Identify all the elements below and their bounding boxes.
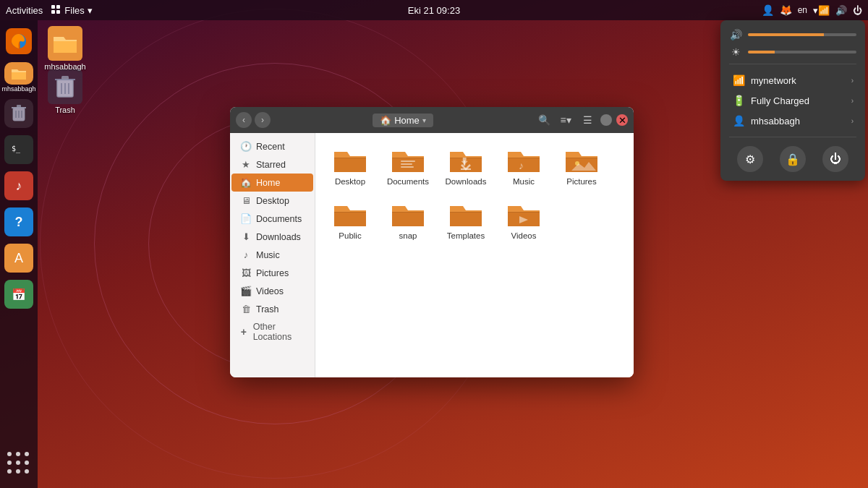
svg-rect-22 [401,166,414,168]
fm-folder-pictures[interactable]: Pictures [556,142,608,190]
svg-rect-7 [17,105,21,108]
lock-icon: 🔒 [786,153,800,166]
fm-sidebar-recent-label: Recent [256,142,285,152]
fm-folder-templates[interactable]: Templates [440,196,492,244]
dock-software[interactable]: A [4,243,34,273]
folder-desktop-icon [333,145,367,175]
topbar-datetime[interactable]: Eki 21 09:23 [408,5,460,16]
fm-sidebar-music[interactable]: ♪ Music [231,246,313,264]
language-indicator[interactable]: en [798,5,807,15]
topbar: Activities Files ▾ Eki 21 09:23 👤 🦊 en ▾… [0,0,868,20]
brightness-row: ☀ [729,46,856,58]
show-applications-button[interactable] [6,450,32,476]
folder-documents-icon [391,145,425,175]
user-popup-icon: 👤 [732,115,745,127]
svg-rect-1 [56,5,60,9]
popup-lock-button[interactable]: 🔒 [780,146,806,172]
desktop-trash-label: Trash [55,106,75,114]
dock-terminal[interactable]: $_ [4,134,34,165]
desktop-trash[interactable]: Trash [42,69,88,114]
fm-folder-downloads-label: Downloads [446,177,487,187]
svg-rect-29 [334,212,366,213]
fm-sidebar-trash-label: Trash [256,304,279,314]
volume-popup-icon: 🔊 [729,29,742,40]
brightness-slider[interactable] [748,51,856,53]
fm-sidebar-trash[interactable]: 🗑 Trash [231,300,313,318]
fm-titlebar: ‹ › 🏠 Home ▾ 🔍 ≡▾ ☰ ✕ [230,107,634,133]
power-icon[interactable]: ⏻ [853,5,862,16]
fm-sidebar-recent[interactable]: 🕐 Recent [231,137,313,155]
dock: mhsabbagh $_ ♪ ? [0,20,38,488]
activities-button[interactable]: Activities [6,5,43,16]
system-tray-popup: 🔊 ☀ 📶 mynetwork › 🔋 Fully Charged › 👤 mh… [720,20,865,181]
fm-folder-public[interactable]: Public [324,196,376,244]
folder-music-icon: ♪ [506,145,541,175]
fm-forward-button[interactable]: › [255,112,271,128]
user-chevron-icon: › [851,117,854,125]
popup-power-button[interactable]: ⏻ [822,146,848,172]
fm-sidebar-other-label: Other Locations [253,322,307,342]
files-icon [9,64,29,84]
fm-menu-button[interactable]: ☰ [579,111,596,129]
fm-documents-icon: 📄 [240,213,252,224]
files-menu-label: Files [64,5,84,16]
volume-row: 🔊 [729,29,856,40]
fm-titlebar-actions: 🔍 ≡▾ ☰ ✕ [535,111,628,129]
fm-folder-desktop[interactable]: Desktop [324,142,376,190]
dock-trash[interactable] [4,98,34,129]
fm-downloads-icon: ⬇ [240,231,252,242]
wifi-popup-icon: 📶 [732,74,745,86]
mozilla-icon: 🦊 [780,4,792,16]
fm-search-button[interactable]: 🔍 [535,111,553,129]
popup-battery-label: Fully Charged [751,95,809,106]
fm-folder-music[interactable]: ♪ Music [498,142,550,190]
popup-settings-button[interactable]: ⚙ [737,146,763,172]
fm-sidebar-desktop-label: Desktop [256,196,289,206]
dock-files[interactable]: mhsabbagh [4,62,34,93]
dock-firefox[interactable] [4,26,34,56]
fm-music-icon: ♪ [240,249,252,260]
fm-folder-templates-label: Templates [447,231,485,241]
battery-popup-icon: 🔋 [732,95,745,106]
wifi-icon[interactable]: ▾📶 [813,5,830,16]
svg-text:♪: ♪ [519,160,524,171]
volume-icon[interactable]: 🔊 [835,5,847,16]
fm-location-pill[interactable]: 🏠 Home ▾ [373,114,433,127]
dock-calendar[interactable]: 📅 [4,279,34,309]
trash-desktop-icon [54,74,77,100]
folder-snap-icon [391,199,425,229]
svg-rect-31 [450,212,482,213]
fm-folder-documents[interactable]: Documents [382,142,434,190]
fm-sidebar-pictures[interactable]: 🖼 Pictures [231,264,313,282]
dock-music[interactable]: ♪ [4,171,34,201]
files-menu[interactable]: Files ▾ [51,5,92,16]
fm-sidebar-other-locations[interactable]: + Other Locations [230,318,315,346]
popup-user-item[interactable]: 👤 mhsabbagh › [729,111,856,131]
fm-other-icon: + [239,326,249,338]
files-grid-icon [51,5,61,15]
fm-close-button[interactable]: ✕ [616,114,628,126]
dock-help[interactable]: ? [4,207,34,237]
fm-sidebar-documents[interactable]: 📄 Documents [231,210,313,228]
files-menu-chevron: ▾ [88,5,93,16]
fm-folder-snap[interactable]: snap [382,196,434,244]
fm-sidebar-videos-label: Videos [256,286,284,296]
popup-network-item[interactable]: 📶 mynetwork › [729,70,856,90]
music-icon: ♪ [16,179,22,194]
fm-view-toggle-button[interactable]: ≡▾ [557,111,574,129]
fm-sidebar-downloads[interactable]: ⬇ Downloads [231,228,313,246]
fm-folder-downloads[interactable]: Downloads [440,142,492,190]
fm-folder-videos[interactable]: Videos [498,196,550,244]
fm-sidebar-home[interactable]: 🏠 Home [231,174,313,192]
svg-rect-25 [508,158,540,158]
terminal-icon: $_ [10,142,27,157]
volume-slider[interactable] [748,33,856,36]
fm-sidebar-desktop[interactable]: 🖥 Desktop [231,192,313,210]
fm-minimize-button[interactable] [600,114,612,126]
popup-battery-item[interactable]: 🔋 Fully Charged › [729,90,856,111]
desktop-mhsabbagh[interactable]: mhsabbagh [42,26,88,71]
fm-sidebar-starred[interactable]: ★ Starred [231,155,313,174]
fm-sidebar-videos[interactable]: 🎬 Videos [231,282,313,300]
fm-back-button[interactable]: ‹ [236,112,252,128]
svg-rect-0 [51,5,55,9]
